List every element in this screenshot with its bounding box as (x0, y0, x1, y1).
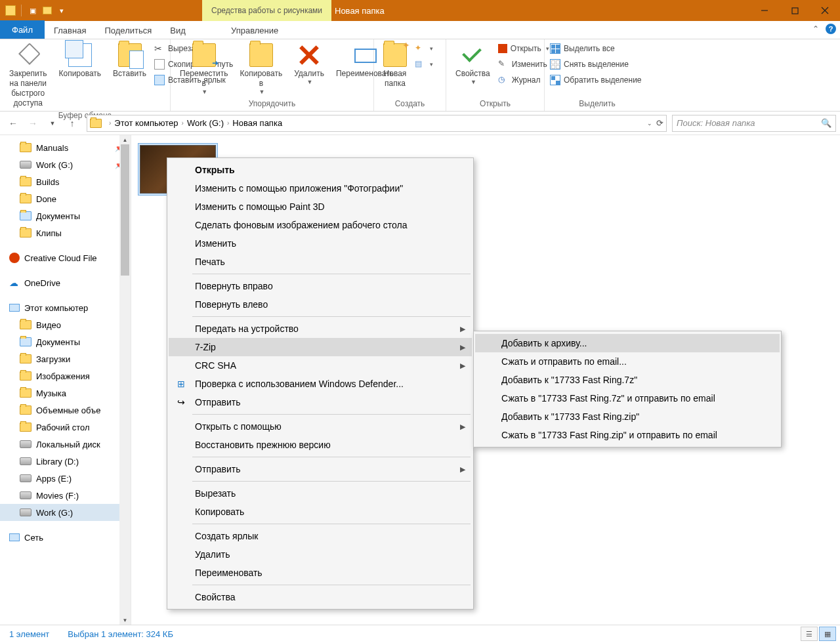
nav-item[interactable]: Локальный диск (0, 436, 131, 453)
ctx-copy[interactable]: Копировать (169, 503, 472, 521)
nav-item[interactable]: Клипы (0, 224, 131, 241)
nav-item[interactable]: Work (G:) (0, 504, 131, 521)
open-button[interactable]: Открыть▾ (498, 42, 549, 55)
nav-item[interactable]: Видео (0, 316, 131, 333)
scroll-thumb[interactable] (121, 144, 129, 276)
qat-customize-dropdown[interactable]: ▾ (56, 5, 68, 16)
nav-item[interactable]: Library (D:) (0, 453, 131, 470)
ctx-edit-photos[interactable]: Изменить с помощью приложения "Фотографи… (169, 179, 472, 197)
chevron-right-icon[interactable]: › (224, 119, 232, 127)
view-thumbnails-button[interactable]: ▦ (819, 627, 836, 641)
sub-add-7z[interactable]: Добавить к "17733 Fast Ring.7z" (475, 371, 780, 389)
ctx-send-to[interactable]: Отправить▶ (169, 460, 472, 478)
copy-button[interactable]: Копировать (54, 42, 105, 80)
breadcrumb-segment[interactable]: Этот компьютер (114, 118, 178, 128)
address-dropdown[interactable]: ⌄ (647, 120, 652, 127)
ctx-7zip[interactable]: 7-Zip▶ (169, 338, 472, 356)
tab-file[interactable]: Файл (0, 20, 45, 39)
ctx-open-with[interactable]: Открыть с помощью▶ (169, 417, 472, 436)
edit-button[interactable]: Изменить (498, 58, 549, 71)
ctx-edit[interactable]: Изменить (169, 234, 472, 253)
view-details-button[interactable]: ☰ (801, 627, 818, 641)
tab-home[interactable]: Главная (45, 22, 95, 39)
search-input[interactable]: Поиск: Новая папка 🔍 (672, 115, 836, 132)
navpane-scrollbar[interactable]: ▲ ▼ (119, 135, 131, 625)
sub-compress-email[interactable]: Сжать и отправить по email... (475, 352, 780, 371)
ctx-set-wallpaper[interactable]: Сделать фоновым изображением рабочего ст… (169, 216, 472, 234)
help-button[interactable]: ? (826, 24, 836, 34)
nav-item[interactable]: Builds (0, 173, 131, 190)
ctx-edit-paint3d[interactable]: Изменить с помощью Paint 3D (169, 197, 472, 216)
ctx-print[interactable]: Печать (169, 253, 472, 271)
nav-item[interactable]: Apps (E:) (0, 470, 131, 487)
nav-item[interactable]: Загрузки (0, 350, 131, 367)
ctx-properties[interactable]: Свойства (169, 588, 472, 606)
sub-compress-zip-email[interactable]: Сжать в "17733 Fast Ring.zip" и отправит… (475, 426, 780, 444)
nav-item[interactable]: Done (0, 190, 131, 207)
ctx-cut[interactable]: Вырезать (169, 484, 472, 503)
nav-item[interactable]: Музыка (0, 384, 131, 402)
nav-creative-cloud[interactable]: Creative Cloud File (0, 249, 131, 266)
qat-properties-icon[interactable]: ▣ (27, 5, 39, 16)
copy-to-button[interactable]: Копировать в▼ (236, 42, 287, 97)
close-button[interactable] (810, 0, 840, 21)
properties-button[interactable]: Свойства▼ (452, 42, 494, 87)
nav-item[interactable]: Work (G:)📌 (0, 156, 131, 173)
ribbon-collapse-button[interactable]: ⌃ (808, 23, 823, 35)
recent-locations-dropdown[interactable]: ▼ (43, 114, 62, 133)
scroll-down-button[interactable]: ▼ (119, 615, 131, 625)
invert-selection-button[interactable]: Обратить выделение (550, 73, 642, 87)
chevron-right-icon[interactable]: › (106, 119, 114, 127)
paste-button[interactable]: Вставить (109, 42, 150, 80)
forward-button[interactable]: → (24, 114, 42, 133)
up-button[interactable]: ↑ (63, 114, 81, 133)
select-all-button[interactable]: Выделить все (550, 42, 642, 55)
ctx-restore-version[interactable]: Восстановить прежнюю версию (169, 436, 472, 454)
tab-manage[interactable]: Управление (222, 22, 287, 39)
move-to-button[interactable]: ➜ Переместить в▼ (176, 42, 232, 97)
new-folder-button[interactable]: ✦ Новая папка (379, 42, 411, 90)
minimize-button[interactable] (749, 0, 780, 21)
chevron-right-icon[interactable]: › (178, 119, 187, 127)
breadcrumb-segment[interactable]: Work (G:) (187, 118, 224, 128)
scroll-up-button[interactable]: ▲ (119, 135, 131, 144)
back-button[interactable]: ← (4, 114, 22, 133)
ctx-crc-sha[interactable]: CRC SHA▶ (169, 356, 472, 375)
qat-newfolder-icon[interactable] (41, 5, 53, 16)
nav-item[interactable]: Рабочий стол (0, 419, 131, 436)
history-button[interactable]: Журнал (498, 73, 549, 87)
nav-network[interactable]: Сеть (0, 529, 131, 546)
select-none-button[interactable]: Снять выделение (550, 58, 642, 71)
nav-item[interactable]: Документы (0, 333, 131, 350)
nav-item[interactable]: Объемные объе (0, 402, 131, 419)
nav-item[interactable]: Manuals📌 (0, 139, 131, 156)
ctx-rotate-right[interactable]: Повернуть вправо (169, 277, 472, 295)
breadcrumb[interactable]: › Этот компьютер › Work (G:) › Новая пап… (87, 115, 667, 132)
pin-to-quickaccess-button[interactable]: Закрепить на панели быстрого доступа (5, 42, 51, 110)
ctx-delete[interactable]: Удалить (169, 545, 472, 564)
ctx-share[interactable]: ↪Отправить (169, 393, 472, 411)
nav-this-pc[interactable]: Этот компьютер (0, 299, 131, 316)
tab-view[interactable]: Вид (161, 22, 195, 39)
ctx-create-shortcut[interactable]: Создать ярлык (169, 527, 472, 545)
easy-access-button[interactable]: ▾ (415, 58, 433, 71)
refresh-button[interactable]: ⟳ (656, 118, 663, 128)
maximize-button[interactable] (780, 0, 810, 21)
nav-item[interactable]: Movies (F:) (0, 487, 131, 504)
search-icon[interactable]: 🔍 (821, 118, 831, 128)
new-item-button[interactable]: ▾ (415, 42, 433, 55)
ctx-cast[interactable]: Передать на устройство▶ (169, 320, 472, 338)
sub-compress-7z-email[interactable]: Сжать в "17733 Fast Ring.7z" и отправить… (475, 389, 780, 407)
nav-item[interactable]: Документы (0, 207, 131, 224)
delete-button[interactable]: Удалить▼ (290, 42, 328, 87)
sub-add-zip[interactable]: Добавить к "17733 Fast Ring.zip" (475, 407, 780, 426)
ctx-open[interactable]: Открыть (169, 161, 472, 179)
sub-add-archive[interactable]: Добавить к архиву... (475, 334, 780, 352)
breadcrumb-segment[interactable]: Новая папка (232, 118, 282, 128)
nav-item[interactable]: Изображения (0, 367, 131, 384)
ctx-rename[interactable]: Переименовать (169, 564, 472, 582)
tab-share[interactable]: Поделиться (95, 22, 161, 39)
ctx-defender[interactable]: ⊞Проверка с использованием Windows Defen… (169, 375, 472, 393)
nav-onedrive[interactable]: ☁OneDrive (0, 274, 131, 291)
ctx-rotate-left[interactable]: Повернуть влево (169, 295, 472, 314)
